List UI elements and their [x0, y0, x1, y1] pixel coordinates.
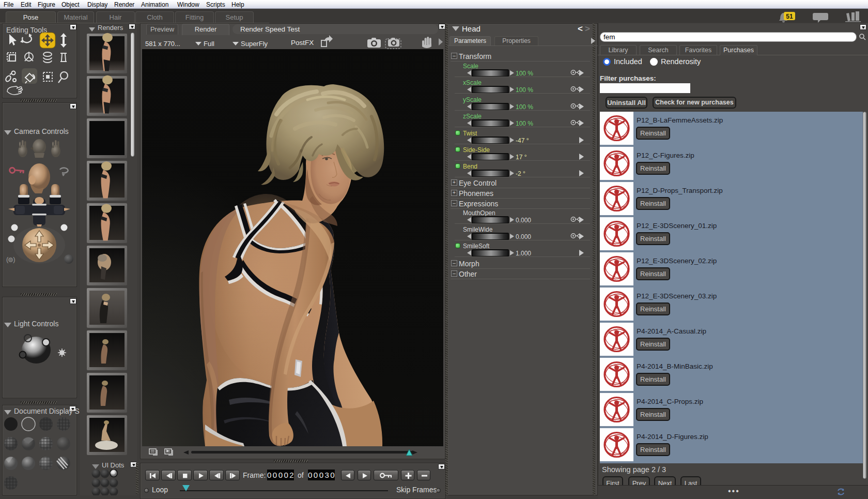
svg-text:51: 51: [786, 13, 793, 20]
